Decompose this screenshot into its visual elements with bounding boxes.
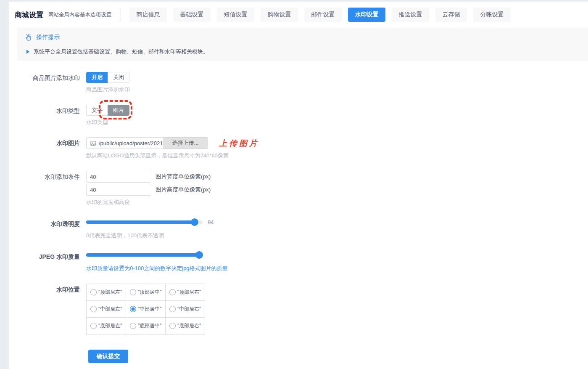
jpeg-quality-slider-fill xyxy=(86,253,199,257)
watermark-enable-helper: 商品图片添加水印 xyxy=(86,86,588,93)
row-watermark-position: 水印位置 "顶部居左" "顶部居中" "顶部居右" "中部居左" "中部居中" … xyxy=(9,284,588,334)
position-cell-top-right[interactable]: "顶部居右" xyxy=(166,284,205,301)
image-icon xyxy=(90,140,96,146)
opacity-slider-thumb[interactable] xyxy=(191,218,198,226)
enable-off-button[interactable]: 关闭 xyxy=(108,72,129,83)
image-width-input[interactable] xyxy=(86,171,151,183)
jpeg-quality-slider-thumb[interactable] xyxy=(195,251,203,259)
tip-text: 系统平台全局设置包括基础设置、购物、短信、邮件和水印等相关模块。 xyxy=(34,48,208,56)
enable-on-button[interactable]: 开启 xyxy=(86,72,108,83)
choose-upload-button[interactable]: 选择上传... xyxy=(163,137,208,149)
tab-watermark-settings[interactable]: 水印设置 xyxy=(348,8,385,22)
submit-row: 确认提交 xyxy=(9,350,588,363)
tab-shopping-settings[interactable]: 购物设置 xyxy=(261,8,298,22)
row-jpeg-quality: JPEG 水印质量 水印质量请设置为0-100之间的数字决定jpg格式图片的质量 xyxy=(9,251,588,272)
position-cell-middle-center[interactable]: "中部居中" xyxy=(126,301,166,318)
radio-middle-left[interactable] xyxy=(90,306,97,312)
opacity-value: 94 xyxy=(208,219,214,226)
jpeg-quality-label: JPEG 水印质量 xyxy=(9,251,86,261)
mall-settings-page: 商城设置 网站全局内容基本选项设置 商店信息 基础设置 短信设置 购物设置 邮件… xyxy=(9,0,588,363)
tab-split-account-settings[interactable]: 分账设置 xyxy=(473,8,511,22)
page-subtitle: 网站全局内容基本选项设置 xyxy=(48,11,111,19)
settings-tab-bar: 商店信息 基础设置 短信设置 购物设置 邮件设置 水印设置 推送设置 云存储 分… xyxy=(129,8,517,22)
watermark-image-path: /public/upload/poster/2021/1... xyxy=(99,140,163,146)
watermark-condition-label: 水印添加条件 xyxy=(9,171,86,181)
radio-bottom-right[interactable] xyxy=(169,323,176,329)
image-height-unit: 图片高度单位像素(px) xyxy=(156,186,211,194)
watermark-type-toggle: 文字 图片 xyxy=(86,105,129,116)
page-header: 商城设置 网站全局内容基本选项设置 商店信息 基础设置 短信设置 购物设置 邮件… xyxy=(9,2,588,28)
jpeg-quality-slider[interactable] xyxy=(86,253,203,257)
row-watermark-type: 水印类型 文字 图片 水印类型 xyxy=(9,105,588,126)
row-watermark-opacity: 水印透明度 94 0代表完全透明，100代表不透明 xyxy=(9,218,588,239)
watermark-enable-label: 商品图片添加水印 xyxy=(9,72,86,82)
watermark-type-helper: 水印类型 xyxy=(86,119,588,126)
position-cell-middle-right[interactable]: "中部居右" xyxy=(166,301,205,318)
image-height-input[interactable] xyxy=(86,184,151,196)
radio-top-right[interactable] xyxy=(169,289,176,295)
tab-cloud-storage[interactable]: 云存储 xyxy=(435,8,467,22)
position-label: 水印位置 xyxy=(9,284,86,294)
position-cell-top-left[interactable]: "顶部居左" xyxy=(87,284,126,301)
tab-push-settings[interactable]: 推送设置 xyxy=(392,8,429,22)
top-gutter xyxy=(9,0,588,2)
position-cell-top-center[interactable]: "顶部居中" xyxy=(126,284,166,301)
radio-top-left[interactable] xyxy=(90,289,97,295)
operation-tip-panel: 操作提示 系统平台全局设置包括基础设置、购物、短信、邮件和水印等相关模块。 xyxy=(17,28,588,61)
row-watermark-condition: 水印添加条件 图片宽度单位像素(px) 图片高度单位像素(px) 水印的宽度和高… xyxy=(9,171,588,206)
confirm-submit-button[interactable]: 确认提交 xyxy=(88,350,128,363)
header-divider xyxy=(121,8,121,21)
tab-shop-info[interactable]: 商店信息 xyxy=(129,8,167,22)
row-watermark-enable: 商品图片添加水印 开启 关闭 商品图片添加水印 xyxy=(9,72,588,93)
watermark-condition-helper: 水印的宽度和高度 xyxy=(86,199,588,206)
opacity-slider-fill xyxy=(86,220,195,224)
opacity-label: 水印透明度 xyxy=(9,218,86,228)
tab-sms-settings[interactable]: 短信设置 xyxy=(217,8,254,22)
position-table: "顶部居左" "顶部居中" "顶部居右" "中部居左" "中部居中" "中部居右… xyxy=(86,284,205,334)
watermark-image-field[interactable]: /public/upload/poster/2021/1... 选择上传... xyxy=(86,137,208,149)
page-title: 商城设置 xyxy=(15,10,43,20)
image-width-unit: 图片宽度单位像素(px) xyxy=(156,173,211,181)
watermark-enable-toggle: 开启 关闭 xyxy=(86,72,129,83)
watermark-settings-form: 商品图片添加水印 开启 关闭 商品图片添加水印 水印类型 文字 图片 xyxy=(9,72,588,363)
radio-bottom-left[interactable] xyxy=(90,323,97,329)
type-image-button[interactable]: 图片 xyxy=(108,105,129,116)
position-cell-bottom-center[interactable]: "底部居中" xyxy=(126,318,166,334)
opacity-helper: 0代表完全透明，100代表不透明 xyxy=(86,232,588,239)
radio-middle-right[interactable] xyxy=(169,306,176,312)
radio-bottom-center[interactable] xyxy=(130,323,136,329)
row-watermark-image: 水印图片 /public/upload/poster/2021/1... 选择上… xyxy=(9,137,588,159)
tip-title: 操作提示 xyxy=(36,34,60,41)
position-cell-middle-left[interactable]: "中部居左" xyxy=(87,301,126,318)
upload-image-annotation: 上传图片 xyxy=(219,138,259,149)
opacity-slider[interactable] xyxy=(86,220,203,224)
radio-middle-center[interactable] xyxy=(130,306,136,312)
jpeg-quality-helper: 水印质量请设置为0-100之间的数字决定jpg格式图片的质量 xyxy=(86,265,588,272)
watermark-image-helper: 默认网站LOGO通用头部显示，最佳显示尺寸为240*60像素 xyxy=(86,152,588,159)
watermark-type-label: 水印类型 xyxy=(9,105,86,115)
radio-top-center[interactable] xyxy=(130,289,136,295)
triangle-bullet-icon xyxy=(26,50,29,54)
left-gutter xyxy=(0,0,9,369)
tab-mail-settings[interactable]: 邮件设置 xyxy=(304,8,342,22)
position-cell-bottom-left[interactable]: "底部居左" xyxy=(87,318,126,334)
hand-pointer-icon xyxy=(24,33,33,42)
tab-basic-settings[interactable]: 基础设置 xyxy=(173,8,211,22)
position-cell-bottom-right[interactable]: "底部居右" xyxy=(166,318,205,334)
type-text-button[interactable]: 文字 xyxy=(86,105,108,116)
watermark-image-label: 水印图片 xyxy=(9,137,86,147)
